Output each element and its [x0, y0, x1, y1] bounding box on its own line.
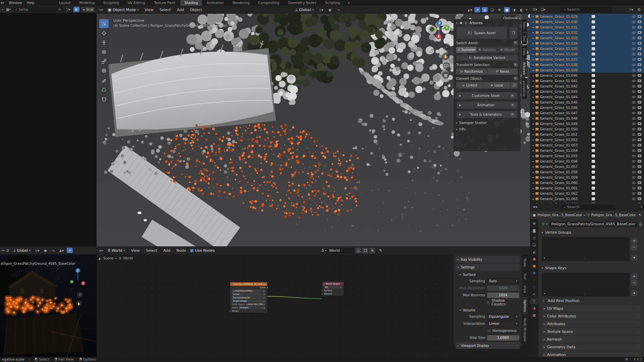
- outliner-row[interactable]: ▸Generic_Grass_01.059: [530, 175, 644, 180]
- expand-icon[interactable]: ▸: [533, 187, 534, 190]
- topbar-menu-help[interactable]: Help: [27, 1, 35, 5]
- homogeneous-checkbox[interactable]: [487, 329, 490, 333]
- panel-info[interactable]: ▸Info∷: [456, 127, 518, 131]
- step-size-field[interactable]: 1.0000: [487, 335, 519, 341]
- hide-viewport-icon[interactable]: [632, 123, 636, 125]
- expand-icon[interactable]: ▸: [533, 106, 534, 109]
- disable-render-icon[interactable]: [638, 20, 641, 23]
- gizmos-toggle-icon[interactable]: ↗: [67, 248, 73, 253]
- use-nodes-checkbox[interactable]: ✓: [190, 249, 194, 252]
- volume-sampling-dropdown[interactable]: Equiangular▾: [487, 314, 519, 319]
- overlays-toggle-icon[interactable]: ◎: [482, 7, 488, 12]
- section-grip[interactable]: ∷: [637, 307, 639, 310]
- viewport-menu-select[interactable]: Select: [158, 8, 172, 12]
- hide-viewport-icon[interactable]: [632, 58, 636, 61]
- disable-render-icon[interactable]: [638, 160, 641, 163]
- reset-button[interactable]: ↶Reset: [487, 68, 518, 75]
- volume-input-socket[interactable]: [321, 293, 323, 295]
- disable-render-icon[interactable]: [638, 165, 641, 168]
- breadcrumb-object[interactable]: Poliigon_Gra...5_BaseColor: [537, 213, 582, 217]
- expand-icon[interactable]: ▸: [533, 53, 534, 56]
- shader-tab-view[interactable]: View: [523, 283, 528, 296]
- topbar-menu-window[interactable]: Window: [9, 1, 22, 5]
- disable-render-icon[interactable]: [638, 117, 641, 120]
- properties-tab-output[interactable]: ⎙: [530, 235, 538, 241]
- shader-tab-options[interactable]: Options: [523, 297, 528, 315]
- node-dropdown-single-image[interactable]: Single Image▾: [232, 300, 266, 302]
- workspace-tab-uv-editing[interactable]: UV Editing: [124, 0, 149, 6]
- properties-tab-object[interactable]: ▣: [530, 263, 538, 269]
- disable-render-icon[interactable]: [638, 58, 641, 61]
- disable-render-icon[interactable]: [638, 15, 641, 18]
- outliner-row[interactable]: ▸Generic_Grass_01.057: [530, 164, 644, 169]
- section-attributes[interactable]: ▸Attributes∷: [542, 320, 641, 327]
- section-grip[interactable]: ∷: [639, 266, 641, 269]
- disable-render-icon[interactable]: [638, 138, 641, 141]
- panel-collapse-icon[interactable]: ▾: [456, 21, 458, 24]
- surface-sampling-dropdown[interactable]: Auto▾: [487, 278, 519, 284]
- expand-icon[interactable]: ▸: [533, 101, 534, 104]
- hide-viewport-icon[interactable]: [632, 139, 636, 141]
- gizmo-y-axis[interactable]: Y: [444, 25, 449, 31]
- outliner-row[interactable]: ▸Generic_Grass_01.062: [530, 191, 644, 196]
- expand-icon[interactable]: ▸: [533, 63, 534, 66]
- shield-icon[interactable]: ◇: [639, 221, 642, 227]
- unlink-icon[interactable]: ✕: [369, 248, 375, 253]
- section-uv-maps[interactable]: ▸UV Maps∷: [542, 305, 641, 312]
- measure-tool-button[interactable]: [99, 85, 109, 94]
- hide-viewport-icon[interactable]: [632, 171, 636, 173]
- xray-toggle-icon[interactable]: ❏: [489, 7, 495, 12]
- panel-grip[interactable]: ∷: [517, 121, 518, 124]
- workspace-tab-shading[interactable]: Shading: [180, 0, 202, 6]
- hide-viewport-icon[interactable]: [632, 128, 636, 130]
- shader-menu-view[interactable]: View: [130, 248, 141, 253]
- properties-tab-tool[interactable]: ⚒: [530, 221, 538, 227]
- expand-icon[interactable]: ▸: [533, 42, 534, 45]
- linked-button[interactable]: ∞Linked: [456, 82, 483, 88]
- outliner-display-mode-icon[interactable]: ☷▾: [532, 7, 538, 12]
- surface-subpanel[interactable]: ▾Surface: [453, 272, 522, 278]
- info-icon[interactable]: [514, 76, 518, 80]
- outliner-row[interactable]: ▸Generic_Grass_01.056: [530, 159, 644, 164]
- pin-icon[interactable]: ✎: [639, 213, 641, 217]
- perspective-toggle-icon[interactable]: ▦: [442, 71, 449, 79]
- disable-render-icon[interactable]: [638, 144, 641, 146]
- randomize-button[interactable]: ↻Randomize: [456, 68, 487, 75]
- disable-render-icon[interactable]: [638, 26, 641, 28]
- properties-search-input[interactable]: ⌕ Search: [561, 204, 615, 210]
- disable-render-icon[interactable]: [638, 149, 641, 152]
- disable-render-icon[interactable]: [638, 31, 641, 34]
- expand-icon[interactable]: ▸: [533, 128, 534, 131]
- viewport-menu-object[interactable]: Object: [189, 8, 204, 12]
- asset-browser-body[interactable]: [0, 13, 97, 246]
- hide-viewport-icon[interactable]: [632, 96, 636, 98]
- asset-search-input[interactable]: ⌕ lante ✕: [13, 7, 63, 12]
- properties-tab-particles[interactable]: ∴: [530, 277, 538, 283]
- new-collection-icon[interactable]: ⊞: [636, 7, 642, 12]
- hide-viewport-icon[interactable]: [632, 74, 636, 77]
- snap-icon[interactable]: ∪▾: [318, 7, 324, 12]
- section-grip[interactable]: ∷: [637, 353, 639, 356]
- hide-viewport-icon[interactable]: [632, 48, 636, 50]
- scale-tool-button[interactable]: [99, 57, 109, 66]
- expand-icon[interactable]: ▸: [533, 112, 534, 115]
- output-target-dropdown[interactable]: All▾: [324, 286, 342, 289]
- hide-viewport-icon[interactable]: [632, 26, 636, 28]
- expand-icon[interactable]: ▸: [533, 47, 534, 50]
- expand-icon[interactable]: ▸: [533, 160, 534, 163]
- expand-icon[interactable]: ▸: [533, 15, 534, 18]
- section-grip[interactable]: ∷: [637, 322, 639, 325]
- hide-viewport-icon[interactable]: [632, 80, 636, 82]
- outliner-restriction-icon[interactable]: ❏▾: [540, 7, 546, 12]
- expand-icon[interactable]: ▸: [533, 37, 534, 40]
- section-grip[interactable]: ∷: [637, 330, 639, 333]
- season-autumn-button[interactable]: ✽Autumn: [477, 47, 497, 53]
- outliner-row[interactable]: ▸Generic_Grass_01.052: [530, 137, 644, 142]
- properties-options-icon[interactable]: ▾: [641, 205, 642, 208]
- filter-icon[interactable]: ▽▾: [65, 7, 71, 12]
- display-mode-icon[interactable]: ▦▾: [5, 7, 11, 12]
- customize-asset-button[interactable]: ▶Customize Asset: [456, 92, 518, 100]
- ray-visibility-panel[interactable]: ▸Ray Visibility ∷: [455, 256, 520, 263]
- outliner-row[interactable]: ▸Generic_Grass_01.053: [530, 142, 644, 148]
- move-tool-button[interactable]: [99, 38, 109, 47]
